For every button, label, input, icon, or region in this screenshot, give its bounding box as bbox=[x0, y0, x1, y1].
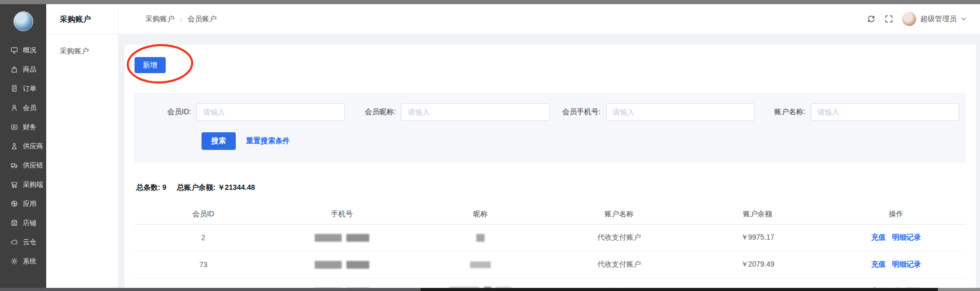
breadcrumb-item-member-account: 会员账户 bbox=[187, 15, 217, 24]
cell-balance: ￥989.95 bbox=[688, 278, 827, 288]
sidebar-item-2[interactable]: 商品 bbox=[0, 60, 46, 79]
detail-records-link[interactable]: 明细记录 bbox=[892, 233, 921, 241]
table-row: 2代收支付账户￥9975.17充值明细记录 bbox=[134, 224, 965, 251]
cell-actions: 充值明细记录 bbox=[827, 224, 965, 251]
recharge-link[interactable]: 充值 bbox=[871, 233, 886, 241]
background-window-top-sliver bbox=[0, 0, 980, 4]
cell-balance: ￥9975.17 bbox=[688, 224, 827, 251]
shop-icon bbox=[10, 219, 18, 227]
search-input-4[interactable] bbox=[811, 103, 959, 121]
member-account-card: 新增 会员ID:会员昵称:会员手机号:账户名称: 搜索 重置搜索条件 总条数: … bbox=[125, 45, 976, 288]
add-button[interactable]: 新增 bbox=[135, 57, 166, 73]
cell-nickname-redacted bbox=[411, 224, 550, 251]
user-menu[interactable]: 超级管理员 bbox=[902, 12, 966, 26]
breadcrumb-separator-icon: › bbox=[180, 15, 182, 23]
sidebar-item-11[interactable]: 云仓 bbox=[0, 232, 46, 252]
breadcrumb-item-purchase-account[interactable]: 采购账户 bbox=[145, 15, 174, 24]
redacted-value bbox=[273, 261, 411, 269]
background-window-bottom-sliver bbox=[0, 288, 980, 291]
sidebar-item-1[interactable]: 概况 bbox=[0, 40, 46, 60]
summary-line: 总条数: 9 总账户余额: ￥21344.48 bbox=[134, 183, 965, 192]
column-header: 操作 bbox=[827, 204, 965, 224]
total-count-value: 9 bbox=[163, 183, 167, 191]
search-input-3[interactable] bbox=[606, 103, 755, 121]
sidebar-item-label: 系统 bbox=[23, 257, 36, 266]
secondary-sidebar: 采购账户 采购账户 bbox=[46, 4, 118, 288]
search-field-3: 会员手机号: bbox=[550, 103, 755, 121]
total-balance-value: ￥21344.48 bbox=[218, 183, 255, 191]
company-logo-avatar[interactable] bbox=[14, 11, 33, 31]
admin-app-window: 概况商品订单会员财务供应商供应链采购端应用店铺云仓系统 采购账户 采购账户 采购… bbox=[0, 4, 980, 288]
cell-actions: 充值明细记录 bbox=[827, 251, 965, 278]
recharge-link[interactable]: 充值 bbox=[871, 260, 886, 268]
column-header: 账户余额 bbox=[688, 204, 827, 224]
sidebar-item-3[interactable]: 订单 bbox=[0, 79, 46, 98]
search-input-1[interactable] bbox=[196, 103, 345, 121]
supplier-icon bbox=[10, 142, 18, 150]
column-header: 手机号 bbox=[273, 204, 411, 224]
column-header: 会员ID bbox=[134, 204, 273, 224]
search-button[interactable]: 搜索 bbox=[202, 132, 236, 150]
redacted-value bbox=[411, 234, 550, 242]
sidebar-item-9[interactable]: 应用 bbox=[0, 194, 46, 213]
sidebar-item-6[interactable]: 供应商 bbox=[0, 136, 46, 156]
user-avatar bbox=[902, 12, 916, 26]
user-name: 超级管理员 bbox=[920, 15, 957, 24]
submenu-title: 采购账户 bbox=[46, 4, 118, 34]
search-buttons-row: 搜索 重置搜索条件 bbox=[202, 132, 959, 150]
cell-balance: ￥2079.49 bbox=[688, 251, 827, 278]
cell-phone-redacted bbox=[273, 278, 411, 288]
redacted-value bbox=[411, 261, 550, 268]
sidebar-item-10[interactable]: 店铺 bbox=[0, 213, 46, 232]
apps-icon bbox=[10, 200, 18, 207]
cell-account-name: 代收支付账户 bbox=[549, 251, 688, 278]
detail-records-link[interactable]: 明细记录 bbox=[892, 260, 921, 268]
column-header: 昵称 bbox=[411, 204, 550, 224]
refresh-icon[interactable] bbox=[867, 15, 876, 23]
submenu-item-purchase-account[interactable]: 采购账户 bbox=[46, 34, 118, 56]
monitor-icon bbox=[10, 46, 18, 54]
search-input-2[interactable] bbox=[401, 103, 549, 121]
sidebar-item-5[interactable]: 财务 bbox=[0, 117, 46, 136]
truck-icon bbox=[10, 161, 18, 169]
search-field-label: 会员手机号: bbox=[550, 107, 606, 117]
primary-sidebar: 概况商品订单会员财务供应商供应链采购端应用店铺云仓系统 bbox=[0, 4, 46, 288]
cell-member-id: 2 bbox=[134, 224, 273, 251]
table-row: 94代收支付账户￥989.95充值明细记录 bbox=[134, 278, 965, 288]
sidebar-item-label: 云仓 bbox=[23, 238, 36, 247]
sidebar-item-12[interactable]: 系统 bbox=[0, 252, 46, 271]
finance-icon bbox=[10, 123, 18, 131]
sidebar-item-7[interactable]: 供应链 bbox=[0, 156, 46, 175]
member-icon bbox=[10, 104, 18, 112]
table-row: 73代收支付账户￥2079.49充值明细记录 bbox=[134, 251, 965, 278]
search-fields-row: 会员ID:会员昵称:会员手机号:账户名称: bbox=[140, 103, 959, 121]
sidebar-item-label: 采购端 bbox=[23, 180, 43, 189]
column-header: 账户名称 bbox=[549, 204, 688, 224]
main-column: 采购账户 › 会员账户 超级管理员 bbox=[118, 4, 980, 288]
primary-nav: 概况商品订单会员财务供应商供应链采购端应用店铺云仓系统 bbox=[0, 40, 46, 271]
sidebar-item-label: 商品 bbox=[23, 65, 36, 74]
sidebar-item-8[interactable]: 采购端 bbox=[0, 175, 46, 194]
cloud-icon bbox=[10, 238, 18, 246]
sidebar-item-4[interactable]: 会员 bbox=[0, 98, 46, 117]
sidebar-item-label: 应用 bbox=[23, 199, 36, 209]
sidebar-item-label: 概况 bbox=[23, 46, 36, 55]
search-field-1: 会员ID: bbox=[140, 103, 345, 121]
total-count-label: 总条数: bbox=[136, 183, 160, 191]
search-field-label: 会员昵称: bbox=[345, 107, 401, 117]
cell-nickname-redacted bbox=[411, 278, 550, 288]
search-field-2: 会员昵称: bbox=[345, 103, 549, 121]
bag-icon bbox=[10, 65, 18, 73]
fullscreen-icon[interactable] bbox=[884, 15, 893, 23]
cell-account-name: 代收支付账户 bbox=[549, 278, 688, 288]
reset-search-link[interactable]: 重置搜索条件 bbox=[246, 136, 290, 146]
cell-actions: 充值明细记录 bbox=[827, 278, 965, 288]
sidebar-item-label: 订单 bbox=[23, 84, 36, 93]
cell-phone-redacted bbox=[273, 224, 411, 251]
total-balance-label: 总账户余额: bbox=[177, 183, 216, 191]
content-area: 新增 会员ID:会员昵称:会员手机号:账户名称: 搜索 重置搜索条件 总条数: … bbox=[118, 34, 980, 288]
cell-member-id: 94 bbox=[134, 278, 273, 288]
topbar-right: 超级管理员 bbox=[867, 12, 966, 26]
cell-account-name: 代收支付账户 bbox=[549, 224, 688, 251]
search-field-4: 账户名称: bbox=[755, 103, 959, 121]
